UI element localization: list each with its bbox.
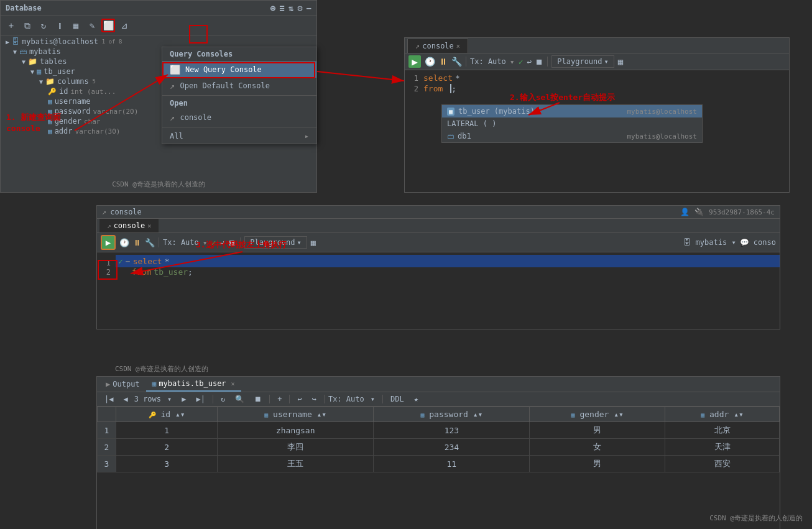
run-button-middle[interactable]: ▶ <box>101 235 116 250</box>
schema-btn[interactable]: ⫿ <box>53 19 67 32</box>
divider-4 <box>324 395 325 403</box>
sep-m1 <box>159 237 159 247</box>
cell-id-3: 3 <box>116 456 218 472</box>
code-line-2-middle-wrap: 2 from tb_user ; <box>97 267 780 277</box>
ddl-btn[interactable]: DDL <box>387 394 408 404</box>
wrench-icon-top[interactable]: 🔧 <box>451 57 462 67</box>
console-menu-label: console <box>180 113 211 122</box>
code-line-1-middle-selected: ✓ − select * <box>116 255 780 267</box>
step1-text2: console <box>6 123 61 134</box>
th-password[interactable]: ▦ password ▴▾ <box>374 407 530 422</box>
watermark-text-br: CSDN @奇迹是执着的人创造的 <box>709 514 803 522</box>
cell-password-3: 11 <box>374 456 530 472</box>
playground-label-top: Playground <box>557 57 602 66</box>
minimize-icon[interactable]: − <box>307 3 311 13</box>
columns-count: 5 <box>93 78 96 85</box>
grid-icon-top[interactable]: ▦ <box>618 57 623 67</box>
undo-results-btn[interactable]: ↩ <box>293 394 305 404</box>
ac-right-db1: mybatis@localhost <box>627 132 697 140</box>
pause-icon-top[interactable]: ⏸ <box>439 57 448 67</box>
search-btn[interactable]: 🔍 <box>231 394 248 404</box>
next-page-btn[interactable]: ▶ <box>178 394 190 404</box>
add-btn[interactable]: + <box>4 19 18 32</box>
stop-results-btn[interactable]: ⏹ <box>251 394 265 404</box>
menu-item-open-default[interactable]: ↗ Open Default Console <box>162 78 316 94</box>
tree-item-mybatis-localhost[interactable]: ▶ 🗄 mybatis@localhost 1 of 8 <box>1 37 316 47</box>
last-page-btn[interactable]: ▶| <box>193 394 209 404</box>
th-id[interactable]: 🔑 id ▴▾ <box>116 407 218 422</box>
tx-dropdown-top[interactable]: ▾ <box>510 57 515 67</box>
th-gender[interactable]: ▦ gender ▴▾ <box>530 407 665 422</box>
table-tab-close[interactable]: × <box>231 380 235 387</box>
playground-button-top[interactable]: Playground ▾ <box>551 55 614 68</box>
clock-icon-top[interactable]: 🕐 <box>425 57 435 67</box>
db-icon: 🗄 <box>12 37 19 46</box>
sub-tab-close[interactable]: × <box>147 223 151 229</box>
rows-dropdown[interactable]: ▾ <box>164 394 175 404</box>
annotation-step2: 2.输入sel按enter自动提示 <box>510 92 615 103</box>
autocomplete-item-db1[interactable]: 🗃 db1 mybatis@localhost <box>442 130 702 142</box>
run-button-top[interactable]: ▶ <box>408 55 421 68</box>
semicolon-middle: ; <box>188 267 193 277</box>
cell-username-3: 王五 <box>218 456 374 472</box>
console-close-btn[interactable]: × <box>456 43 460 50</box>
all-label: All <box>170 132 183 140</box>
step1-text: 1. 新建查询面 <box>6 112 61 123</box>
autocomplete-item-lateral[interactable]: LATERAL ( ) <box>442 117 702 130</box>
tx-dropdown-results[interactable]: ▾ <box>367 394 379 404</box>
add-row-btn[interactable]: + <box>274 394 285 404</box>
arrow-icon-tbuser: ▼ <box>30 68 34 75</box>
menu-item-all[interactable]: All ▸ <box>162 129 316 144</box>
divider-2 <box>269 395 270 403</box>
autocomplete-popup[interactable]: ▦ tb_user (mybatis) mybatis@localhost LA… <box>441 104 703 143</box>
editor-area-middle[interactable]: 1 ✓ − select * 2 from tb_user ; <box>97 252 780 279</box>
refresh-results-btn[interactable]: ↻ <box>217 394 229 404</box>
key-icon-th: 🔑 <box>149 412 156 418</box>
console-sub-tab-console[interactable]: ↗ console × <box>99 219 159 232</box>
console-tab-icon: ↗ <box>415 42 420 50</box>
table-row[interactable]: 1 1 zhangsan 123 男 北京 <box>98 422 780 439</box>
tree-label-tables: tables <box>40 57 67 66</box>
redo-results-btn[interactable]: ↪ <box>308 394 320 404</box>
results-tab-output[interactable]: ▶ Output <box>99 377 146 391</box>
globe-icon[interactable]: ⊕ <box>270 3 275 13</box>
th-addr[interactable]: ▦ addr ▴▾ <box>665 407 780 422</box>
cell-password-2: 234 <box>374 439 530 456</box>
cell-addr-1: 北京 <box>665 422 780 439</box>
copy-btn[interactable]: ⧉ <box>21 19 34 32</box>
row-num-3: 3 <box>98 456 116 472</box>
console-header-icon: ↗ <box>102 208 106 216</box>
database-toolbar: + ⧉ ↻ ⫿ ▦ ✎ ⬜ ⊿ <box>1 16 316 35</box>
results-tab-tbuser[interactable]: ▦ mybatis.tb_user × <box>146 377 241 392</box>
addr-type: varchar(30) <box>75 127 121 136</box>
undo-icon-top[interactable]: ↩ <box>527 57 532 67</box>
table-row[interactable]: 2 2 李四 234 女 天津 <box>98 439 780 456</box>
menu-item-new-console[interactable]: ⬜ New Query Console <box>162 62 316 78</box>
funnel-btn[interactable]: ⊿ <box>118 19 131 32</box>
wrench-icon-middle[interactable]: 🔧 <box>145 238 155 247</box>
first-page-btn[interactable]: |◀ <box>101 394 117 404</box>
clock-icon-middle[interactable]: 🕐 <box>119 238 129 247</box>
stop-icon-top[interactable]: ⏹ <box>535 57 543 67</box>
pause-icon-middle[interactable]: ⏸ <box>133 238 141 247</box>
checkmark-icon-top[interactable]: ✓ <box>519 57 524 67</box>
table-row[interactable]: 3 3 王五 11 男 西安 <box>98 456 780 472</box>
console-tab-top[interactable]: ↗ console × <box>407 39 468 53</box>
table-tab-icon: ▦ <box>152 380 157 388</box>
star-btn[interactable]: ★ <box>410 394 422 404</box>
table-btn[interactable]: ▦ <box>69 19 83 32</box>
sort-icon[interactable]: ⇅ <box>288 3 293 13</box>
tree-label-tbuser: tb_user <box>44 67 75 76</box>
menu-item-console[interactable]: ↗ console <box>162 109 316 126</box>
sub-tab-label: console <box>114 221 145 230</box>
refresh-btn[interactable]: ↻ <box>37 19 50 32</box>
th-username[interactable]: ▦ username ▴▾ <box>218 407 374 422</box>
console-btn[interactable]: ⬜ <box>101 19 115 32</box>
filter-icon[interactable]: ≡ <box>279 3 284 13</box>
settings-icon[interactable]: ⚙ <box>297 3 302 13</box>
prev-page-btn[interactable]: ◀ <box>119 394 131 404</box>
autocomplete-item-tbuser[interactable]: ▦ tb_user (mybatis) mybatis@localhost <box>442 105 702 117</box>
grid-icon-middle[interactable]: ▦ <box>311 238 316 247</box>
edit-btn[interactable]: ✎ <box>85 19 99 32</box>
line-num-1-top: 1 <box>405 74 423 83</box>
